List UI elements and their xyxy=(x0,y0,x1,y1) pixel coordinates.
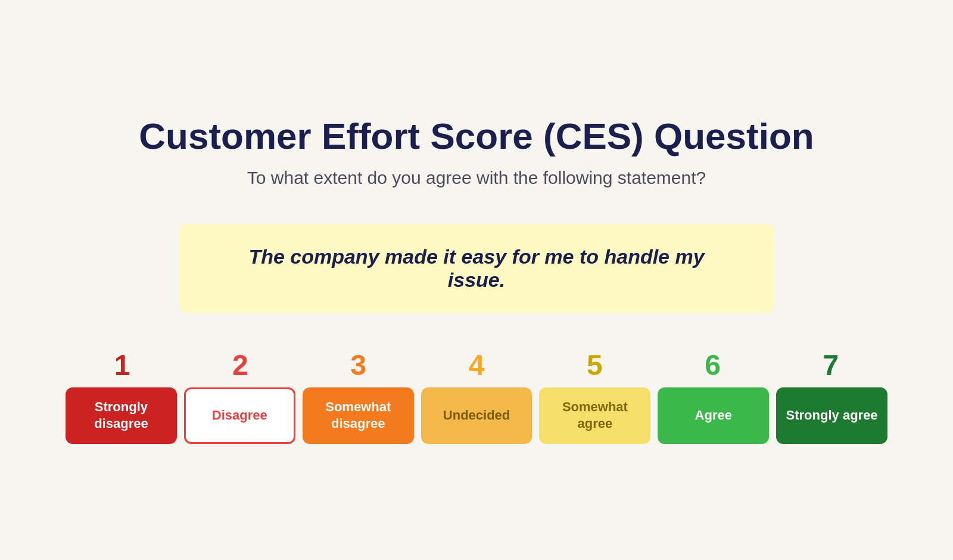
scale-button-3[interactable]: Somewhat disagree xyxy=(303,387,414,444)
page-container: Customer Effort Score (CES) Question To … xyxy=(0,0,953,560)
page-title: Customer Effort Score (CES) Question xyxy=(139,116,814,157)
scale-button-7[interactable]: Strongly agree xyxy=(776,387,887,444)
scale-number-2: 2 xyxy=(183,349,297,381)
statement-box: The company made it easy for me to handl… xyxy=(179,224,774,313)
scale-button-6[interactable]: Agree xyxy=(658,387,769,444)
buttons-row: Strongly disagreeDisagreeSomewhat disagr… xyxy=(66,387,887,444)
scale-number-4: 4 xyxy=(420,349,533,381)
scale-container: 1234567 Strongly disagreeDisagreeSomewha… xyxy=(66,349,887,444)
scale-number-3: 3 xyxy=(302,349,415,381)
scale-number-5: 5 xyxy=(538,349,651,381)
scale-number-7: 7 xyxy=(774,349,887,381)
scale-button-5[interactable]: Somewhat agree xyxy=(539,387,650,444)
scale-button-2[interactable]: Disagree xyxy=(184,387,295,444)
scale-button-1[interactable]: Strongly disagree xyxy=(66,387,177,444)
scale-number-6: 6 xyxy=(656,349,770,381)
numbers-row: 1234567 xyxy=(66,349,887,381)
scale-number-1: 1 xyxy=(66,349,179,381)
scale-button-4[interactable]: Undecided xyxy=(421,387,532,444)
page-subtitle: To what extent do you agree with the fol… xyxy=(247,168,706,188)
statement-text: The company made it easy for me to handl… xyxy=(248,245,704,291)
